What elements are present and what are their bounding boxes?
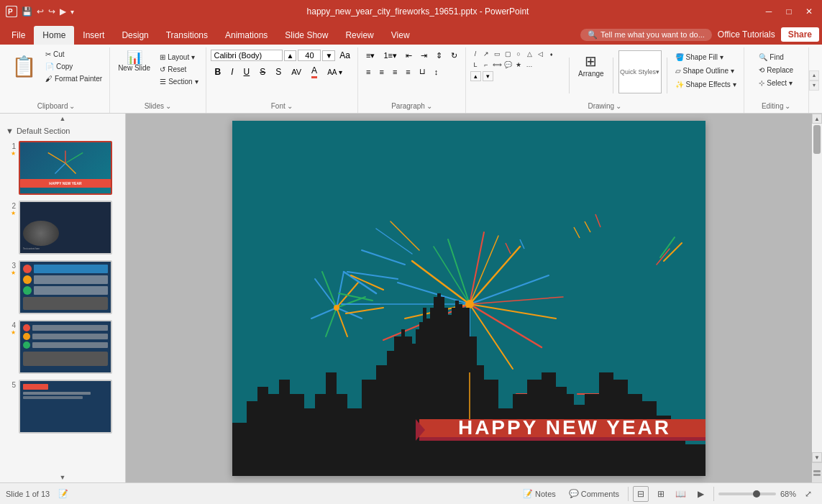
shape-callout[interactable]: 💬 bbox=[503, 60, 513, 70]
replace-button[interactable]: ⟲ Replace bbox=[756, 65, 796, 75]
slide-thumb-1[interactable]: HAPPY NEW YEAR bbox=[19, 141, 112, 195]
slide-thumb-4[interactable] bbox=[19, 320, 112, 374]
find-button[interactable]: 🔍 Find bbox=[756, 52, 786, 63]
shape-star[interactable]: ★ bbox=[513, 60, 524, 70]
zoom-thumb[interactable] bbox=[753, 490, 760, 498]
quick-access-save[interactable]: 💾 bbox=[22, 6, 32, 17]
ribbon-scroll-down[interactable]: ▾ bbox=[809, 81, 819, 91]
font-size-increase-button[interactable]: ▲ bbox=[284, 50, 297, 61]
tab-home[interactable]: Home bbox=[34, 26, 74, 45]
shape-l[interactable]: L bbox=[470, 60, 480, 70]
clipboard-expand-icon[interactable]: ⌄ bbox=[69, 102, 75, 110]
clear-format-button[interactable]: Aa bbox=[337, 49, 353, 62]
slide-notes-icon[interactable]: 📝 bbox=[55, 487, 71, 500]
strikethrough-button[interactable]: S bbox=[255, 65, 270, 78]
comments-button[interactable]: 💬 Comments bbox=[565, 487, 624, 500]
bold-button[interactable]: B bbox=[211, 65, 226, 78]
tab-insert[interactable]: Insert bbox=[74, 26, 113, 45]
scrollbar-down-button[interactable]: ▼ bbox=[812, 452, 822, 462]
editing-expand-icon[interactable]: ⌄ bbox=[785, 102, 790, 110]
text-shadow-button[interactable]: S bbox=[271, 65, 286, 78]
align-center-button[interactable]: ≡ bbox=[375, 65, 387, 78]
quick-access-undo[interactable]: ↩ bbox=[37, 6, 44, 17]
select-button[interactable]: ⊹ Select ▾ bbox=[756, 78, 795, 88]
paragraph-expand-icon[interactable]: ⌄ bbox=[426, 102, 432, 110]
minimize-button[interactable]: ─ bbox=[762, 4, 776, 19]
font-color-button[interactable]: A bbox=[307, 64, 321, 80]
ribbon-scroll-up[interactable]: ▴ bbox=[809, 70, 819, 81]
shape-para[interactable]: ⬧ bbox=[546, 49, 556, 59]
shape-dbl[interactable]: ⟺ bbox=[492, 60, 502, 70]
slide-thumb-5[interactable] bbox=[19, 380, 112, 434]
decrease-indent-button[interactable]: ⇤ bbox=[402, 49, 416, 63]
maximize-button[interactable]: □ bbox=[782, 4, 796, 19]
slides-expand-icon[interactable]: ⌄ bbox=[165, 102, 171, 110]
tab-design[interactable]: Design bbox=[113, 26, 157, 45]
slideshow-view-button[interactable]: ▶ bbox=[693, 486, 709, 502]
font-size-decrease-button[interactable]: ▼ bbox=[322, 50, 335, 61]
shape-outline-button[interactable]: ▱ Shape Outline ▾ bbox=[672, 65, 739, 76]
scrollbar-thumb[interactable] bbox=[813, 125, 821, 154]
office-tutorials-link[interactable]: Office Tutorials bbox=[718, 29, 775, 40]
slide-item-1[interactable]: 1 ★ bbox=[3, 139, 122, 196]
slide-item-4[interactable]: 4 ★ bbox=[3, 319, 122, 375]
arrange-button[interactable]: ⊞ Arrange bbox=[575, 50, 608, 80]
align-right-button[interactable]: ≡ bbox=[389, 65, 401, 78]
tab-animations[interactable]: Animations bbox=[216, 26, 276, 45]
columns-button[interactable]: ⊔ bbox=[416, 65, 429, 78]
quick-access-present[interactable]: ▶ bbox=[60, 6, 66, 17]
font-name-input[interactable] bbox=[211, 50, 283, 61]
close-button[interactable]: ✕ bbox=[802, 4, 816, 19]
numbering-button[interactable]: 1≡▾ bbox=[380, 49, 401, 63]
slide-sorter-button[interactable]: ⊞ bbox=[653, 486, 669, 502]
font-spacing-button[interactable]: AV bbox=[287, 66, 306, 78]
convert-smartart-button[interactable]: ↻ bbox=[447, 49, 461, 63]
tab-review[interactable]: Review bbox=[337, 26, 382, 45]
fit-slide-button[interactable]: ⤢ bbox=[800, 486, 816, 502]
section-header[interactable]: ▼ Default Section bbox=[0, 124, 125, 138]
italic-button[interactable]: I bbox=[227, 65, 237, 78]
quick-styles-button[interactable]: Quick Styles ▾ bbox=[618, 50, 662, 93]
underline-button[interactable]: U bbox=[239, 65, 255, 78]
slide-item-3[interactable]: 3 ★ bbox=[3, 259, 122, 316]
font-expand-icon[interactable]: ⌄ bbox=[287, 102, 293, 110]
reading-view-button[interactable]: 📖 bbox=[673, 486, 689, 502]
shapes-scroll-up[interactable]: ▴ bbox=[470, 71, 481, 81]
slide-canvas[interactable]: HAPPY NEW YEAR bbox=[232, 121, 705, 476]
new-slide-button[interactable]: 📊 New Slide bbox=[114, 49, 154, 74]
bullets-button[interactable]: ≡▾ bbox=[362, 49, 378, 63]
increase-indent-button[interactable]: ⇥ bbox=[417, 49, 431, 63]
align-left-button[interactable]: ≡ bbox=[362, 65, 374, 78]
section-button[interactable]: ☰ Section ▾ bbox=[157, 76, 201, 87]
justify-button[interactable]: ≡ bbox=[402, 65, 414, 78]
slide-thumb-2[interactable]: Text content here bbox=[19, 201, 112, 255]
layout-button[interactable]: ⊞ Layout ▾ bbox=[157, 52, 201, 63]
scrollbar-up-button[interactable]: ▲ bbox=[812, 114, 822, 124]
text-direction-button[interactable]: ⇕ bbox=[432, 49, 446, 63]
shape-more[interactable]: … bbox=[524, 60, 534, 70]
tab-transitions[interactable]: Transitions bbox=[157, 26, 216, 45]
shape-bend[interactable]: ⌐ bbox=[481, 60, 491, 70]
scrollbar-track[interactable] bbox=[812, 124, 822, 452]
copy-button[interactable]: 📄 Copy bbox=[42, 61, 105, 72]
normal-view-button[interactable]: ⊟ bbox=[633, 486, 649, 502]
reset-button[interactable]: ↺ Reset bbox=[157, 64, 201, 75]
shape-arrow[interactable]: ↗ bbox=[481, 49, 491, 59]
tab-file[interactable]: File bbox=[3, 26, 34, 45]
panel-scroll-up[interactable]: ▲ bbox=[0, 114, 125, 124]
paste-button[interactable]: 📋 bbox=[7, 55, 41, 78]
change-case-button[interactable]: AA ▾ bbox=[323, 67, 347, 78]
shape-rt[interactable]: ◁ bbox=[535, 49, 545, 59]
shapes-scroll-down[interactable]: ▾ bbox=[483, 71, 493, 81]
quick-access-redo[interactable]: ↪ bbox=[48, 6, 55, 17]
share-button[interactable]: Share bbox=[781, 27, 819, 42]
slide-thumb-3[interactable] bbox=[19, 260, 112, 314]
quick-access-dropdown[interactable]: ▾ bbox=[70, 8, 74, 16]
shape-rounded[interactable]: ▢ bbox=[503, 49, 513, 59]
tell-me-input[interactable]: 🔍 Tell me what you want to do... bbox=[580, 29, 712, 41]
shape-tri[interactable]: △ bbox=[524, 49, 534, 59]
slide-item-5[interactable]: 5 bbox=[3, 378, 122, 435]
font-size-input[interactable] bbox=[298, 50, 321, 61]
shape-ellipse[interactable]: ○ bbox=[513, 49, 524, 59]
shape-fill-button[interactable]: 🪣 Shape Fill ▾ bbox=[672, 52, 739, 63]
